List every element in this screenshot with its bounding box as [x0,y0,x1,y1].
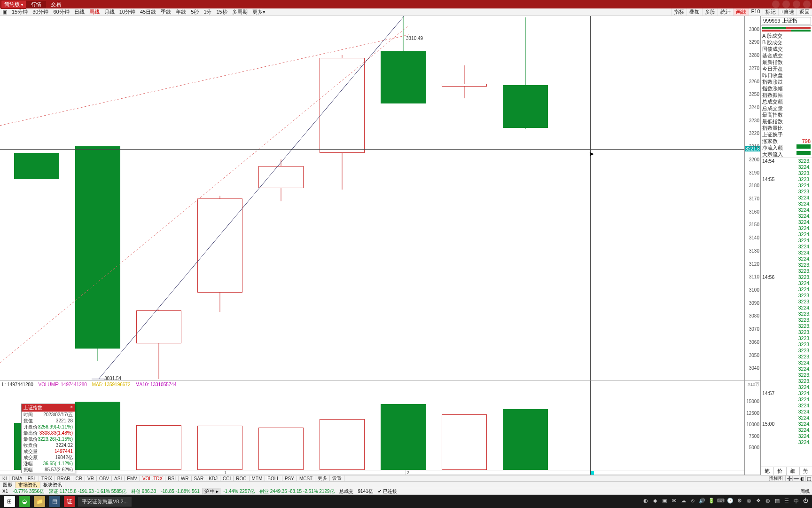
tray-icon[interactable]: ◎ [745,498,753,505]
tool-multistock[interactable]: 多股 [702,8,718,16]
tf-60m[interactable]: 60分钟 [51,8,72,16]
tf-15s[interactable]: 15秒 [214,8,230,16]
tool-f10[interactable]: F10 [749,8,763,16]
tf-day[interactable]: 日线 [72,8,87,16]
tf-week[interactable]: 周线 [87,8,102,16]
tray-icon[interactable]: ◍ [764,498,772,505]
sp-tab-shi[interactable]: 势 [800,467,812,475]
indicator-tab[interactable]: VOL-TDX [140,476,165,481]
tf-5s[interactable]: 5秒 [188,8,201,16]
menu-quotes[interactable]: 行情 [26,1,46,8]
close-icon[interactable]: × [70,405,73,411]
zoom-in-icon[interactable]: ➕ [786,476,792,481]
tool-overlay[interactable]: 叠加 [687,8,702,16]
indicator-tab[interactable]: ASI [112,476,125,481]
indicator-tab[interactable]: FSL [25,476,39,481]
sp-tab-bi[interactable]: 笔 [761,467,774,475]
indicator-tab[interactable]: WR [179,476,192,481]
layout-icon[interactable]: ▣ [0,9,9,15]
candlestick-chart[interactable]: 3310.49 3031.54 ➤ 3221.8 330032903280327… [0,16,760,381]
tf-1m[interactable]: 1分 [201,8,214,16]
tf-45d[interactable]: 45日线 [138,8,158,16]
tf-quarter[interactable]: 季线 [158,8,173,16]
menu-trade[interactable]: 交易 [46,1,66,8]
tray-icon[interactable]: ⎋ [689,498,696,505]
taskbar-explorer-icon[interactable]: 📁 [34,496,45,507]
mode-dropdown[interactable]: 简约版 [1,0,26,9]
tf-15m[interactable]: 15分钟 [9,8,30,16]
tf-10m[interactable]: 10分钟 [117,8,138,16]
titlebar-icon-3[interactable] [793,0,800,8]
indicator-tab[interactable]: 设置 [330,475,344,482]
zoom-out-icon[interactable]: ➖ [792,476,799,481]
taskbar-active-app-title[interactable]: 平安证券慧赢V8.2... [78,497,132,507]
bot-tab-market-news[interactable]: 市场资讯 [16,482,40,488]
indicator-tab[interactable]: MTM [250,476,265,481]
tool-stats[interactable]: 统计 [718,8,733,16]
tool-back[interactable]: 返回 [796,8,812,16]
tray-icon[interactable]: 中 [792,498,800,505]
tool-addfav[interactable]: +自选 [778,8,796,16]
tray-icon[interactable]: ✉ [670,498,678,505]
tick-list[interactable]: 14:543223.3224.3223.14:553223.3224.3223.… [761,158,812,467]
taskbar-app-icon[interactable]: ▤ [49,496,60,507]
tray-icon[interactable]: ▤ [773,498,781,505]
indicator-tab[interactable]: TRIX [39,476,55,481]
sp-tab-xi[interactable]: 细 [787,467,800,475]
indicator-tab[interactable]: 更多 [315,475,330,482]
tray-icon[interactable]: ⌨ [717,498,725,505]
tool-mark[interactable]: 标记 [763,8,778,16]
status-segment: -18.85 -1.88% 561 [158,489,202,494]
tool-indicator[interactable]: 指标 [671,8,687,16]
taskbar-browser-icon[interactable]: ◒ [19,496,30,507]
indicator-tab[interactable]: VR [85,476,97,481]
tray-icon[interactable]: ❖ [755,498,762,505]
indicator-tab[interactable]: OBV [97,476,112,481]
indicator-tab[interactable]: KI [0,476,9,481]
half-icon[interactable]: ◐ [799,476,805,481]
tray-icon[interactable]: 🕑 [726,498,734,505]
tray-icon[interactable]: ⏻ [802,498,809,505]
status-segment: X1 [0,489,10,494]
tf-multi[interactable]: 多周期 [230,8,250,16]
indicator-tab[interactable]: MCST [297,476,315,481]
titlebar-icon-1[interactable] [772,0,780,8]
indicator-tab[interactable]: ROC [234,476,249,481]
titlebar-icon-2[interactable] [782,0,790,8]
system-tray[interactable]: ◐◆▣✉☁⎋🔊🔋⌨🕑⚙◎❖◍▤☰中⏻ [641,498,810,505]
indicator-tab[interactable]: DMA [9,476,25,481]
indicator-tab[interactable]: PSY [282,476,297,481]
indicator-tab[interactable]: BRAR [55,476,73,481]
indicator-tab[interactable]: BOLL [265,476,282,481]
tray-icon[interactable]: ◐ [642,498,649,505]
tool-drawline[interactable]: 画线 [733,8,749,16]
tray-icon[interactable]: ☰ [783,498,790,505]
status-segment: -1.44% 2257亿 [221,488,257,495]
indicator-tab[interactable]: SAR [192,476,207,481]
tf-30m[interactable]: 30分钟 [30,8,51,16]
sp-tab-jia[interactable]: 价 [774,467,787,475]
tray-icon[interactable]: ◆ [651,498,659,505]
expand-icon[interactable]: ▢ [805,476,812,481]
indicator-tab[interactable]: EMV [125,476,140,481]
tray-icon[interactable]: ⚙ [736,498,743,505]
candle [503,16,548,381]
tf-year[interactable]: 年线 [173,8,188,16]
stock-code-input[interactable] [762,17,811,24]
bot-tab-chart[interactable]: 图形 [0,482,16,488]
tray-icon[interactable]: 🔋 [708,498,715,505]
tf-month[interactable]: 月线 [102,8,117,16]
indicator-tab[interactable]: RSI [165,476,179,481]
tray-icon[interactable]: ▣ [661,498,668,505]
bot-tab-sector-news[interactable]: 板块资讯 [40,482,65,488]
tf-more[interactable]: 更多▾ [250,8,268,16]
taskbar-active-app-icon[interactable]: 证 [64,496,75,507]
titlebar-icon-4[interactable] [803,0,811,8]
indicator-tab[interactable]: CR [73,476,85,481]
tray-icon[interactable]: 🔊 [698,498,706,505]
start-button[interactable]: ⊞ [4,496,15,507]
volume-pane[interactable]: L: 1497441280 VOLUME: 1497441280 MA5: 13… [0,381,760,475]
tray-icon[interactable]: ☁ [679,498,687,505]
indicator-tab[interactable]: KDJ [206,476,220,481]
indicator-tab[interactable]: CCI [220,476,234,481]
